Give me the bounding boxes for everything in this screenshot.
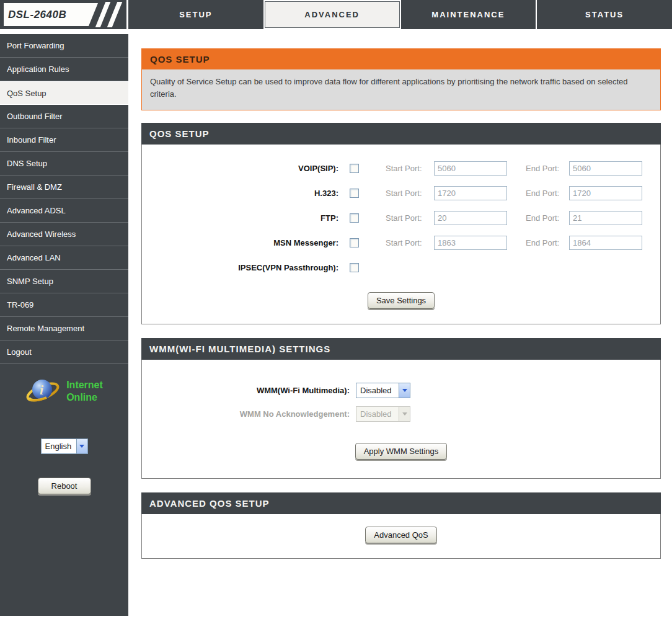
save-settings-row: Save Settings [142, 292, 660, 309]
service-label: IPSEC(VPN Passthrough): [142, 263, 338, 272]
sidebar-item-snmp-setup[interactable]: SNMP Setup [0, 270, 128, 293]
sidebar: Port ForwardingApplication RulesQoS Setu… [0, 34, 128, 616]
service-label: H.323: [142, 189, 338, 198]
sidebar-item-advanced-wireless[interactable]: Advanced Wireless [0, 223, 128, 246]
nav-tabs: SETUPADVANCEDMAINTENANCESTATUS [128, 0, 672, 29]
qos-intro-description: Quality of Service Setup can be used to … [142, 69, 660, 110]
tab-setup[interactable]: SETUP [128, 0, 263, 29]
end-port-input[interactable] [569, 186, 642, 200]
qos-setup-section-title: QOS SETUP [141, 123, 661, 145]
advanced-qos-body: Advanced QoS [141, 514, 661, 559]
sidebar-item-port-forwarding[interactable]: Port Forwarding [0, 34, 128, 58]
qos-intro-title: QOS SETUP [142, 49, 660, 69]
apply-wmm-settings-button[interactable]: Apply WMM Settings [355, 443, 448, 460]
sidebar-item-qos-setup[interactable]: QoS Setup [0, 81, 128, 105]
wmm-wi-fi-multimedia-select[interactable]: Disabled [356, 383, 410, 398]
start-port-label: Start Port: [386, 213, 429, 223]
sidebar-item-tr-069[interactable]: TR-069 [0, 293, 128, 317]
apply-wmm-row: Apply WMM Settings [142, 443, 660, 460]
port-range: Start Port: End Port: [359, 161, 642, 176]
status-word-1: Internet [66, 379, 103, 391]
router-admin-page: DSL-2640B SETUPADVANCEDMAINTENANCESTATUS… [0, 0, 672, 619]
start-port-label: Start Port: [386, 164, 429, 173]
port-range: Start Port: End Port: [359, 236, 642, 250]
wmm-select-value: Disabled [356, 386, 399, 395]
qos-service-row: MSN Messenger: Start Port: End Port: [142, 230, 660, 255]
sidebar-item-remote-management[interactable]: Remote Management [0, 317, 128, 341]
status-word-2: Online [66, 391, 103, 404]
top-navigation-bar: DSL-2640B SETUPADVANCEDMAINTENANCESTATUS [0, 0, 672, 32]
wmm-setting-row: WMM No Acknowledgement: Disabled [142, 402, 660, 425]
qos-service-row: VOIP(SIP): Start Port: End Port: [142, 156, 660, 180]
save-settings-button[interactable]: Save Settings [368, 292, 435, 309]
start-port-input[interactable] [434, 236, 507, 250]
qos-setup-form: VOIP(SIP): Start Port: End Port: H.323: … [141, 145, 661, 324]
wmm-setting-row: WMM(Wi-Fi Multimedia): Disabled [142, 378, 660, 402]
start-port-label: Start Port: [386, 189, 429, 198]
start-port-input[interactable] [434, 186, 507, 200]
reboot-row: Reboot [0, 478, 128, 494]
svg-text:i: i [40, 382, 44, 398]
qos-service-row: IPSEC(VPN Passthrough): [142, 255, 660, 280]
ipsec-vpn-passthrough-checkbox[interactable] [350, 263, 359, 272]
port-range: Start Port: End Port: [359, 211, 642, 225]
wmm-setting-label: WMM No Acknowledgement: [142, 409, 350, 419]
service-label: MSN Messenger: [142, 238, 338, 247]
start-port-input[interactable] [434, 211, 507, 225]
tab-maintenance[interactable]: MAINTENANCE [401, 0, 536, 29]
wmm-settings-form: WMM(Wi-Fi Multimedia): Disabled WMM No A… [141, 360, 661, 479]
tab-advanced[interactable]: ADVANCED [265, 1, 400, 28]
end-port-label: End Port: [526, 238, 564, 247]
brand-logo-plate: DSL-2640B [4, 3, 98, 26]
msn-messenger-checkbox[interactable] [350, 238, 359, 247]
tab-status[interactable]: STATUS [537, 0, 672, 29]
advanced-qos-button[interactable]: Advanced QoS [365, 527, 436, 543]
sidebar-item-outbound-filter[interactable]: Outbound Filter [0, 105, 128, 128]
chevron-down-icon [399, 407, 410, 421]
wmm-no-acknowledgement-select: Disabled [356, 406, 410, 422]
qos-intro-box: QOS SETUP Quality of Service Setup can b… [141, 48, 661, 110]
sidebar-item-inbound-filter[interactable]: Inbound Filter [0, 128, 128, 152]
chevron-down-icon [76, 439, 87, 453]
language-row: English [0, 439, 128, 454]
connection-status: i Internet Online [0, 375, 128, 407]
ftp-checkbox[interactable] [350, 213, 359, 223]
status-text: Internet Online [66, 379, 103, 404]
advanced-qos-section-title: ADVANCED QOS SETUP [141, 492, 661, 514]
language-select-value: English [42, 442, 76, 451]
start-port-label: Start Port: [386, 238, 429, 247]
globe-info-icon: i [25, 375, 61, 407]
qos-setup-section: QOS SETUP VOIP(SIP): Start Port: End Por… [141, 123, 661, 324]
brand-logo: DSL-2640B [0, 0, 128, 29]
sidebar-item-application-rules[interactable]: Application Rules [0, 58, 128, 81]
port-range: Start Port: End Port: [359, 186, 642, 200]
reboot-button[interactable]: Reboot [38, 478, 91, 494]
chevron-down-icon [399, 383, 410, 398]
end-port-label: End Port: [526, 164, 564, 173]
wmm-setting-label: WMM(Wi-Fi Multimedia): [142, 386, 350, 395]
end-port-label: End Port: [526, 213, 564, 223]
service-label: VOIP(SIP): [142, 164, 338, 173]
advanced-qos-section: ADVANCED QOS SETUP Advanced QoS [141, 492, 661, 559]
wmm-settings-section: WMM(WI-FI MULTIMEDIA) SETTINGS WMM(Wi-Fi… [141, 338, 661, 479]
end-port-input[interactable] [569, 161, 642, 176]
service-label: FTP: [142, 213, 338, 223]
end-port-label: End Port: [526, 189, 564, 198]
sidebar-item-advanced-lan[interactable]: Advanced LAN [0, 246, 128, 270]
sidebar-item-logout[interactable]: Logout [0, 341, 128, 364]
sidebar-item-advanced-adsl[interactable]: Advanced ADSL [0, 199, 128, 223]
sidebar-menu: Port ForwardingApplication RulesQoS Setu… [0, 34, 128, 364]
main-content: QOS SETUP Quality of Service Setup can b… [128, 34, 672, 572]
end-port-input[interactable] [569, 211, 642, 225]
h-323-checkbox[interactable] [350, 189, 359, 198]
wmm-select-value: Disabled [356, 409, 399, 419]
logo-stripe-icon [107, 2, 123, 27]
voip-sip-checkbox[interactable] [350, 164, 359, 173]
qos-service-row: H.323: Start Port: End Port: [142, 180, 660, 205]
brand-name: DSL-2640B [8, 9, 66, 21]
sidebar-item-firewall-dmz[interactable]: Firewall & DMZ [0, 176, 128, 199]
start-port-input[interactable] [434, 161, 507, 176]
end-port-input[interactable] [569, 236, 642, 250]
sidebar-item-dns-setup[interactable]: DNS Setup [0, 152, 128, 176]
language-select[interactable]: English [41, 439, 88, 454]
